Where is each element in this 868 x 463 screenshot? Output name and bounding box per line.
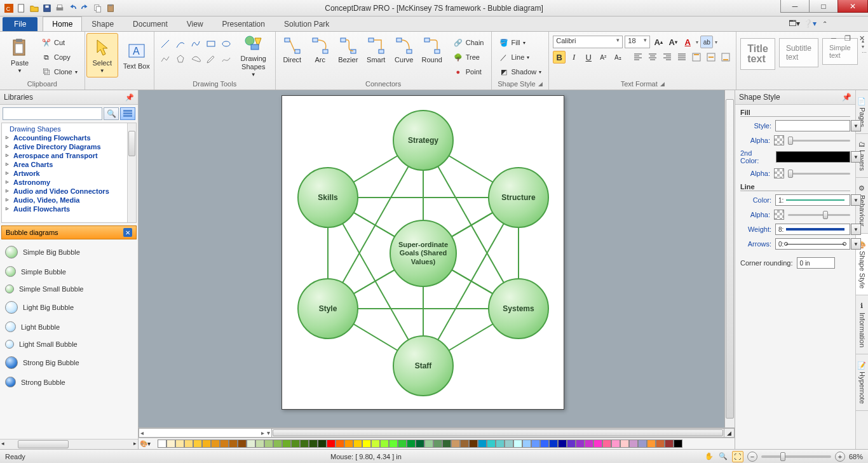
palette-color[interactable]	[585, 440, 593, 448]
palette-color[interactable]	[674, 440, 682, 448]
mdi-minimize-button[interactable]: ─	[829, 33, 839, 43]
tool-edit-icon[interactable]	[204, 52, 218, 66]
conn-bezier-button[interactable]: Bezier	[336, 33, 361, 64]
view-mode-button[interactable]	[120, 107, 135, 120]
qat-save-icon[interactable]	[41, 3, 53, 14]
fill-alpha-slider[interactable]	[788, 135, 850, 146]
conn-round-button[interactable]: Round	[419, 33, 445, 64]
palette-color[interactable]	[184, 440, 193, 448]
lib-item[interactable]: Drawing Shapes	[4, 124, 125, 133]
tool-spline-icon[interactable]	[189, 37, 203, 51]
tab-presentation[interactable]: Presentation	[213, 17, 275, 31]
palette-color[interactable]	[300, 440, 309, 448]
zoom-in-button[interactable]: +	[835, 452, 845, 462]
close-button[interactable]: ✕	[837, 0, 868, 13]
shapes-close-icon[interactable]: ✕	[123, 228, 132, 237]
paste-button[interactable]: Paste ▼	[4, 33, 36, 77]
highlight-button[interactable]: ab	[700, 36, 713, 48]
palette-color[interactable]	[407, 440, 416, 448]
palette-color[interactable]	[522, 440, 531, 448]
conn-chain-button[interactable]: 🔗Chain	[450, 36, 487, 50]
palette-color[interactable]	[158, 440, 166, 448]
tool-line-icon[interactable]	[158, 37, 172, 51]
palette-color[interactable]	[238, 440, 247, 448]
palette-color[interactable]	[327, 440, 336, 448]
shape-item[interactable]: Strong Bubble	[1, 373, 137, 391]
shape-style-launcher-icon[interactable]: ◢	[538, 81, 543, 87]
node-systems[interactable]: Systems	[488, 278, 549, 339]
align-justify-button[interactable]	[675, 51, 688, 64]
style-title-button[interactable]: Title text	[740, 38, 775, 70]
fit-page-icon[interactable]: ⛶	[732, 451, 743, 462]
text-format-launcher-icon[interactable]: ◢	[660, 81, 665, 87]
conn-arc-button[interactable]: Arc	[308, 33, 333, 64]
node-style[interactable]: Style	[297, 278, 358, 339]
page-tabs[interactable]: ◂▸▾	[139, 428, 272, 438]
shape-item[interactable]: Light Bubble	[1, 318, 137, 336]
node-strategy[interactable]: Strategy	[393, 110, 454, 171]
palette-color[interactable]	[442, 440, 451, 448]
node-center[interactable]: Super-ordinate Goals (Shared Values)	[390, 220, 457, 287]
palette-color[interactable]	[576, 440, 585, 448]
qat-open-icon[interactable]	[29, 3, 40, 14]
maximize-button[interactable]: □	[809, 0, 838, 13]
shape-item[interactable]: Simple Small Bubble	[1, 281, 137, 297]
qat-new-icon[interactable]	[16, 3, 27, 14]
palette-color[interactable]	[229, 440, 238, 448]
shrink-font-button[interactable]: A▾	[667, 36, 679, 48]
zoom-slider[interactable]	[761, 455, 831, 458]
lib-item[interactable]: Aerospace and Transport	[4, 151, 125, 160]
palette-color[interactable]	[433, 440, 442, 448]
palette-color[interactable]	[656, 440, 665, 448]
conn-tree-button[interactable]: 🌳Tree	[450, 50, 487, 64]
palette-color[interactable]	[665, 440, 674, 448]
palette-color[interactable]	[647, 440, 656, 448]
palette-color[interactable]	[638, 440, 647, 448]
shape-item[interactable]: Simple Bubble	[1, 262, 137, 281]
align-right-button[interactable]	[661, 51, 674, 64]
diagram-page[interactable]: Strategy Skills Structure Super-ordinate…	[281, 95, 564, 410]
left-hscrollbar[interactable]: ◂▸	[0, 439, 138, 449]
node-skills[interactable]: Skills	[297, 167, 358, 228]
font-size-select[interactable]: 18	[625, 36, 650, 48]
palette-color[interactable]	[371, 440, 380, 448]
qat-undo-icon[interactable]	[67, 3, 78, 14]
palette-color[interactable]	[540, 440, 549, 448]
canvas-viewport[interactable]: Strategy Skills Structure Super-ordinate…	[139, 90, 735, 427]
palette-color[interactable]	[505, 440, 513, 448]
palette-color[interactable]	[264, 440, 273, 448]
valign-middle-button[interactable]	[705, 51, 717, 64]
line-alpha-slider[interactable]	[788, 209, 850, 220]
lib-item[interactable]: Artwork	[4, 169, 125, 178]
textbox-tool-button[interactable]: A Text Box	[121, 33, 153, 77]
palette-picker-icon[interactable]: 🎨▾	[140, 440, 155, 447]
underline-button[interactable]: U	[582, 51, 595, 64]
superscript-button[interactable]: A²	[597, 51, 609, 64]
line-button[interactable]: ／Line▾	[496, 50, 545, 64]
qat-copy-icon[interactable]	[92, 3, 104, 14]
lib-item[interactable]: Astronomy	[4, 178, 125, 187]
copy-button[interactable]: ⧉Copy	[38, 50, 81, 64]
font-family-select[interactable]: Calibri	[553, 36, 623, 48]
style-subtitle-button[interactable]: Subtitle text	[779, 38, 818, 67]
palette-color[interactable]	[247, 440, 255, 448]
shape-item[interactable]: Simple Big Bubble	[1, 242, 137, 262]
palette-color[interactable]	[549, 440, 558, 448]
lib-item[interactable]: Audit Flowcharts	[4, 205, 125, 213]
zoom-out-button[interactable]: −	[747, 452, 757, 462]
lib-item[interactable]: Active Directory Diagrams	[4, 142, 125, 151]
palette-color[interactable]	[380, 440, 389, 448]
align-center-button[interactable]	[646, 51, 659, 64]
palette-color[interactable]	[389, 440, 398, 448]
drawing-shapes-button[interactable]: Drawing Shapes▼	[236, 33, 271, 77]
line-weight-select[interactable]: 8:▼	[775, 224, 850, 235]
shadow-button[interactable]: ◩Shadow▾	[496, 65, 545, 79]
palette-color[interactable]	[166, 440, 175, 448]
font-color-button[interactable]: A	[681, 36, 694, 48]
valign-bottom-button[interactable]	[719, 51, 732, 64]
palette-color[interactable]	[611, 440, 620, 448]
palette-color[interactable]	[282, 440, 291, 448]
align-left-button[interactable]	[632, 51, 644, 64]
palette-color[interactable]	[175, 440, 184, 448]
clone-button[interactable]: ⿻Clone▾	[38, 65, 81, 79]
